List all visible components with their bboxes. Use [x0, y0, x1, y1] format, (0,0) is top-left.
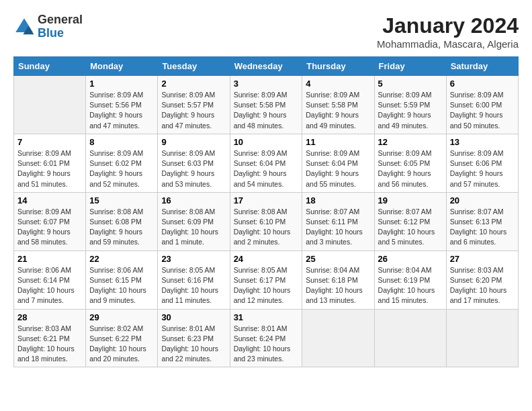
day-info: Sunrise: 8:09 AMSunset: 5:58 PMDaylight:…: [306, 90, 370, 131]
day-info: Sunrise: 8:04 AMSunset: 6:18 PMDaylight:…: [306, 265, 370, 306]
calendar-cell: 7Sunrise: 8:09 AMSunset: 6:01 PMDaylight…: [14, 134, 86, 192]
day-info: Sunrise: 8:08 AMSunset: 6:08 PMDaylight:…: [89, 207, 154, 248]
logo-icon: [13, 16, 35, 38]
calendar-cell: [374, 309, 446, 367]
calendar-header-row: SundayMondayTuesdayWednesdayThursdayFrid…: [14, 57, 519, 76]
calendar-cell: 27Sunrise: 8:03 AMSunset: 6:20 PMDayligh…: [446, 250, 518, 309]
calendar-cell: 8Sunrise: 8:09 AMSunset: 6:02 PMDaylight…: [86, 134, 158, 192]
calendar-cell: 3Sunrise: 8:09 AMSunset: 5:58 PMDaylight…: [230, 76, 302, 134]
day-number: 20: [450, 195, 515, 205]
day-info: Sunrise: 8:09 AMSunset: 6:07 PMDaylight:…: [17, 207, 82, 248]
day-number: 13: [450, 137, 515, 147]
calendar-cell: 11Sunrise: 8:09 AMSunset: 6:04 PMDayligh…: [302, 134, 374, 192]
calendar-cell: 25Sunrise: 8:04 AMSunset: 6:18 PMDayligh…: [302, 250, 374, 309]
day-info: Sunrise: 8:09 AMSunset: 6:01 PMDaylight:…: [17, 148, 82, 189]
column-header-sunday: Sunday: [14, 57, 86, 76]
page-header: General Blue January 2024 Mohammadia, Ma…: [13, 13, 519, 50]
day-info: Sunrise: 8:07 AMSunset: 6:11 PMDaylight:…: [306, 207, 370, 248]
day-info: Sunrise: 8:09 AMSunset: 5:59 PMDaylight:…: [378, 90, 443, 131]
day-info: Sunrise: 8:09 AMSunset: 6:05 PMDaylight:…: [378, 148, 443, 189]
column-header-thursday: Thursday: [302, 57, 374, 76]
day-number: 7: [17, 137, 82, 147]
day-info: Sunrise: 8:08 AMSunset: 6:09 PMDaylight:…: [161, 207, 226, 248]
calendar-cell: 30Sunrise: 8:01 AMSunset: 6:23 PMDayligh…: [158, 309, 230, 367]
calendar-cell: 2Sunrise: 8:09 AMSunset: 5:57 PMDaylight…: [158, 76, 230, 134]
calendar-cell: 10Sunrise: 8:09 AMSunset: 6:04 PMDayligh…: [230, 134, 302, 192]
day-number: 5: [378, 79, 443, 89]
calendar-week-row: 28Sunrise: 8:03 AMSunset: 6:21 PMDayligh…: [14, 309, 519, 367]
day-info: Sunrise: 8:09 AMSunset: 6:03 PMDaylight:…: [161, 148, 226, 189]
day-info: Sunrise: 8:04 AMSunset: 6:19 PMDaylight:…: [378, 265, 443, 306]
day-info: Sunrise: 8:09 AMSunset: 6:06 PMDaylight:…: [450, 148, 515, 189]
day-info: Sunrise: 8:07 AMSunset: 6:12 PMDaylight:…: [378, 207, 443, 248]
day-info: Sunrise: 8:03 AMSunset: 6:21 PMDaylight:…: [17, 324, 82, 365]
day-info: Sunrise: 8:07 AMSunset: 6:13 PMDaylight:…: [450, 207, 515, 248]
day-info: Sunrise: 8:09 AMSunset: 5:56 PMDaylight:…: [89, 90, 154, 131]
day-number: 1: [89, 79, 154, 89]
day-info: Sunrise: 8:09 AMSunset: 6:04 PMDaylight:…: [306, 148, 370, 189]
calendar-cell: 22Sunrise: 8:06 AMSunset: 6:15 PMDayligh…: [86, 250, 158, 309]
calendar-week-row: 1Sunrise: 8:09 AMSunset: 5:56 PMDaylight…: [14, 76, 519, 134]
calendar-cell: 26Sunrise: 8:04 AMSunset: 6:19 PMDayligh…: [374, 250, 446, 309]
column-header-monday: Monday: [86, 57, 158, 76]
calendar-cell: 5Sunrise: 8:09 AMSunset: 5:59 PMDaylight…: [374, 76, 446, 134]
day-number: 25: [306, 254, 370, 264]
day-number: 19: [378, 195, 443, 205]
day-number: 24: [234, 254, 299, 264]
day-number: 29: [89, 312, 154, 322]
day-number: 4: [306, 79, 370, 89]
calendar-table: SundayMondayTuesdayWednesdayThursdayFrid…: [13, 56, 519, 367]
day-number: 14: [17, 195, 82, 205]
day-number: 22: [89, 254, 154, 264]
day-number: 17: [234, 195, 299, 205]
day-number: 11: [306, 137, 370, 147]
calendar-cell: 21Sunrise: 8:06 AMSunset: 6:14 PMDayligh…: [14, 250, 86, 309]
day-info: Sunrise: 8:03 AMSunset: 6:20 PMDaylight:…: [450, 265, 515, 306]
calendar-cell: 17Sunrise: 8:08 AMSunset: 6:10 PMDayligh…: [230, 192, 302, 250]
day-info: Sunrise: 8:02 AMSunset: 6:22 PMDaylight:…: [89, 324, 154, 365]
page-subtitle: Mohammadia, Mascara, Algeria: [377, 38, 519, 50]
day-info: Sunrise: 8:01 AMSunset: 6:24 PMDaylight:…: [234, 324, 299, 365]
calendar-cell: 28Sunrise: 8:03 AMSunset: 6:21 PMDayligh…: [14, 309, 86, 367]
day-info: Sunrise: 8:09 AMSunset: 5:57 PMDaylight:…: [161, 90, 226, 131]
day-info: Sunrise: 8:08 AMSunset: 6:10 PMDaylight:…: [234, 207, 299, 248]
day-info: Sunrise: 8:09 AMSunset: 5:58 PMDaylight:…: [234, 90, 299, 131]
day-info: Sunrise: 8:09 AMSunset: 6:02 PMDaylight:…: [89, 148, 154, 189]
calendar-cell: 1Sunrise: 8:09 AMSunset: 5:56 PMDaylight…: [86, 76, 158, 134]
day-number: 27: [450, 254, 515, 264]
calendar-cell: 20Sunrise: 8:07 AMSunset: 6:13 PMDayligh…: [446, 192, 518, 250]
calendar-cell: [302, 309, 374, 367]
calendar-cell: 23Sunrise: 8:05 AMSunset: 6:16 PMDayligh…: [158, 250, 230, 309]
day-number: 16: [161, 195, 226, 205]
calendar-week-row: 14Sunrise: 8:09 AMSunset: 6:07 PMDayligh…: [14, 192, 519, 250]
calendar-cell: 31Sunrise: 8:01 AMSunset: 6:24 PMDayligh…: [230, 309, 302, 367]
calendar-cell: [446, 309, 518, 367]
day-number: 12: [378, 137, 443, 147]
day-number: 8: [89, 137, 154, 147]
day-number: 31: [234, 312, 299, 322]
calendar-cell: [14, 76, 86, 134]
column-header-tuesday: Tuesday: [158, 57, 230, 76]
day-number: 6: [450, 79, 515, 89]
page-title: January 2024: [377, 13, 519, 38]
calendar-cell: 6Sunrise: 8:09 AMSunset: 6:00 PMDaylight…: [446, 76, 518, 134]
column-header-saturday: Saturday: [446, 57, 518, 76]
calendar-week-row: 7Sunrise: 8:09 AMSunset: 6:01 PMDaylight…: [14, 134, 519, 192]
day-info: Sunrise: 8:09 AMSunset: 6:00 PMDaylight:…: [450, 90, 515, 131]
day-number: 30: [161, 312, 226, 322]
column-header-friday: Friday: [374, 57, 446, 76]
calendar-cell: 9Sunrise: 8:09 AMSunset: 6:03 PMDaylight…: [158, 134, 230, 192]
calendar-cell: 16Sunrise: 8:08 AMSunset: 6:09 PMDayligh…: [158, 192, 230, 250]
calendar-cell: 19Sunrise: 8:07 AMSunset: 6:12 PMDayligh…: [374, 192, 446, 250]
day-info: Sunrise: 8:06 AMSunset: 6:14 PMDaylight:…: [17, 265, 82, 306]
title-block: January 2024 Mohammadia, Mascara, Algeri…: [377, 13, 519, 50]
logo: General Blue: [13, 13, 83, 40]
day-number: 21: [17, 254, 82, 264]
column-header-wednesday: Wednesday: [230, 57, 302, 76]
day-number: 10: [234, 137, 299, 147]
day-info: Sunrise: 8:06 AMSunset: 6:15 PMDaylight:…: [89, 265, 154, 306]
day-info: Sunrise: 8:01 AMSunset: 6:23 PMDaylight:…: [161, 324, 226, 365]
day-number: 15: [89, 195, 154, 205]
calendar-cell: 4Sunrise: 8:09 AMSunset: 5:58 PMDaylight…: [302, 76, 374, 134]
calendar-week-row: 21Sunrise: 8:06 AMSunset: 6:14 PMDayligh…: [14, 250, 519, 309]
